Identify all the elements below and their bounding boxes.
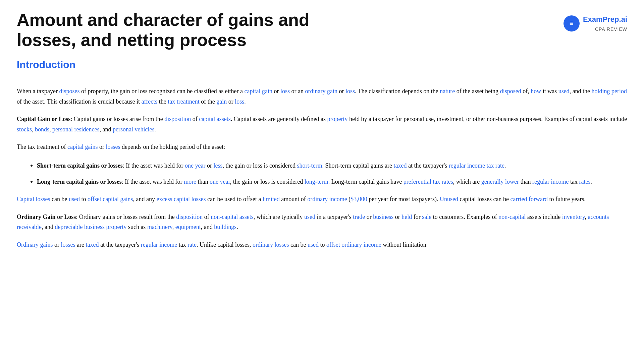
link-capital-assets[interactable]: capital assets [199, 116, 230, 122]
link-unused[interactable]: Unused [440, 196, 458, 202]
link-property[interactable]: property [327, 116, 348, 122]
link-regular-income-2[interactable]: regular income [141, 241, 177, 248]
link-personal-residences[interactable]: personal residences [52, 126, 99, 133]
link-personal-vehicles[interactable]: personal vehicles [113, 126, 154, 133]
link-one-year-2[interactable]: one year [210, 178, 230, 185]
paragraph-2: Capital Gain or Loss: Capital gains or l… [17, 114, 627, 134]
link-holding-period[interactable]: holding period [592, 88, 627, 95]
link-carried-forward[interactable]: carried forward [511, 196, 548, 202]
link-disposed[interactable]: disposed [500, 88, 521, 95]
link-buildings[interactable]: buildings [214, 224, 236, 230]
brand-logo[interactable]: ≡ ExamPrep.ai CPA Review [564, 13, 627, 33]
link-gain-1[interactable]: gain [216, 98, 227, 105]
link-disposition-2[interactable]: disposition [176, 214, 203, 220]
link-affects[interactable]: affects [142, 98, 158, 105]
link-disposes[interactable]: disposes [59, 88, 79, 95]
content-area: When a taxpayer disposes of property, th… [17, 86, 627, 250]
link-losses-2[interactable]: losses [61, 241, 75, 248]
paragraph-4: Capital losses can be used to offset cap… [17, 194, 627, 204]
link-used-2[interactable]: used [69, 196, 80, 202]
link-tax-treatment[interactable]: tax treatment [168, 98, 199, 105]
link-ordinary-income-1[interactable]: ordinary income [307, 196, 347, 202]
bullet-short-term: Short-term capital gains or losses: If t… [37, 160, 627, 171]
link-more[interactable]: more [184, 178, 196, 185]
link-used-4[interactable]: used [308, 241, 319, 248]
link-regular-income-1[interactable]: regular income [532, 178, 569, 185]
link-short-term[interactable]: short-term [297, 162, 322, 169]
link-business[interactable]: business [373, 214, 393, 220]
brand-icon: ≡ [564, 15, 580, 32]
link-ordinary-gain[interactable]: ordinary gain [305, 88, 337, 95]
link-used-3[interactable]: used [304, 214, 315, 220]
link-nature[interactable]: nature [440, 88, 455, 95]
link-bonds[interactable]: bonds [35, 126, 49, 133]
link-taxed-1[interactable]: taxed [393, 162, 407, 169]
paragraph-1: When a taxpayer disposes of property, th… [17, 86, 627, 107]
link-ordinary-gains[interactable]: Ordinary gains [17, 241, 53, 248]
link-stocks[interactable]: stocks [17, 126, 32, 133]
paragraph-3-intro: The tax treatment of capital gains or lo… [17, 142, 627, 152]
bullet-long-term: Long-term capital gains or losses: If th… [37, 176, 627, 187]
link-rates[interactable]: rates [579, 178, 591, 185]
link-offset-capital-gains[interactable]: offset capital gains [88, 196, 133, 202]
link-generally-lower[interactable]: generally lower [481, 178, 519, 185]
paragraph-6: Ordinary gains or losses are taxed at th… [17, 240, 627, 250]
link-ordinary-losses[interactable]: ordinary losses [253, 241, 289, 248]
link-long-term[interactable]: long-term [305, 178, 328, 185]
link-taxed-2[interactable]: taxed [86, 241, 99, 248]
link-excess-capital-losses[interactable]: excess capital losses [157, 196, 206, 202]
brand-name: ExamPrep.ai [583, 13, 627, 25]
link-less[interactable]: less [214, 162, 223, 169]
link-regular-income-tax-rate-1[interactable]: regular income tax rate [449, 162, 504, 169]
link-used-1[interactable]: used [558, 88, 570, 95]
link-preferential-tax-rates[interactable]: preferential tax rates [404, 178, 453, 185]
link-non-capital-assets[interactable]: non-capital assets [211, 214, 253, 220]
link-3000[interactable]: $3,000 [351, 196, 367, 202]
term-ordinary-gain-loss: Ordinary Gain or Loss [17, 214, 76, 220]
link-offset-ordinary-income[interactable]: offset ordinary income [326, 241, 381, 248]
link-one-year-1[interactable]: one year [185, 162, 205, 169]
link-capital-losses[interactable]: Capital losses [17, 196, 50, 202]
link-how[interactable]: how [531, 88, 541, 95]
link-inventory[interactable]: inventory [562, 214, 585, 220]
term-long-term: Long-term capital gains or losses [37, 178, 122, 185]
link-capital-gain[interactable]: capital gain [245, 88, 272, 95]
term-short-term: Short-term capital gains or losses [37, 162, 123, 169]
link-losses-1[interactable]: losses [106, 143, 120, 150]
link-rate[interactable]: rate [187, 241, 197, 248]
header: Amount and character of gains and losses… [17, 10, 627, 83]
paragraph-5: Ordinary Gain or Loss: Ordinary gains or… [17, 212, 627, 232]
link-trade[interactable]: trade [353, 214, 365, 220]
link-equipment[interactable]: equipment [175, 224, 201, 230]
link-capital-gains-2[interactable]: capital gains [67, 143, 98, 150]
term-capital-gain-loss: Capital Gain or Loss [17, 116, 70, 122]
link-machinery[interactable]: machinery [147, 224, 172, 230]
link-loss-3[interactable]: loss [235, 98, 244, 105]
page-title: Amount and character of gains and losses… [17, 10, 335, 50]
link-loss-2[interactable]: loss [345, 88, 355, 95]
link-disposition-1[interactable]: disposition [164, 116, 191, 122]
link-non-capital[interactable]: non-capital [498, 214, 526, 220]
link-depreciable-business-property[interactable]: depreciable business property [55, 224, 126, 230]
link-sale[interactable]: sale [422, 214, 431, 220]
title-section: Amount and character of gains and losses… [17, 10, 335, 83]
brand-text: ExamPrep.ai CPA Review [583, 13, 627, 33]
link-held[interactable]: held [401, 214, 412, 220]
brand-subtitle: CPA Review [595, 25, 627, 33]
link-limited[interactable]: limited [263, 196, 280, 202]
section-title: Introduction [17, 56, 335, 73]
link-loss-1[interactable]: loss [280, 88, 290, 95]
bullet-list: Short-term capital gains or losses: If t… [37, 160, 627, 187]
